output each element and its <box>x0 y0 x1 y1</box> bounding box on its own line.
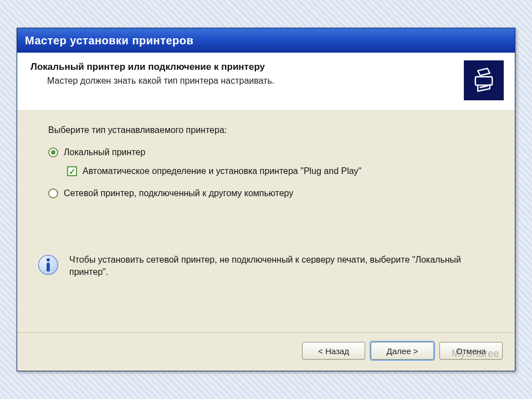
option-local-label: Локальный принтер <box>64 147 145 157</box>
header-subtitle: Мастер должен знать какой тип принтера н… <box>47 76 455 86</box>
printer-icon <box>464 60 504 100</box>
option-network-printer[interactable]: Сетевой принтер, подключенный к другому … <box>48 188 493 198</box>
wizard-footer: < Назад Далее > Отмена <box>17 332 515 371</box>
back-button[interactable]: < Назад <box>302 342 365 360</box>
window-title: Мастер установки принтеров <box>25 34 193 47</box>
cancel-button[interactable]: Отмена <box>439 342 503 360</box>
header-title: Локальный принтер или подключение к прин… <box>30 62 455 73</box>
info-icon <box>37 254 59 276</box>
svg-rect-5 <box>47 263 50 272</box>
svg-point-4 <box>47 258 50 262</box>
svg-rect-0 <box>475 77 492 85</box>
info-block: Чтобы установить сетевой принтер, не под… <box>37 254 493 279</box>
option-network-label: Сетевой принтер, подключенный к другому … <box>64 188 293 198</box>
next-button[interactable]: Далее > <box>371 342 434 360</box>
wizard-header: Локальный принтер или подключение к прин… <box>17 53 515 111</box>
svg-line-1 <box>479 86 488 88</box>
printer-wizard-dialog: Мастер установки принтеров Локальный при… <box>17 28 515 371</box>
radio-network[interactable] <box>48 188 58 198</box>
info-text: Чтобы установить сетевой принтер, не под… <box>69 254 493 279</box>
prompt-text: Выберите тип устанавливаемого принтера: <box>48 125 493 135</box>
titlebar[interactable]: Мастер установки принтеров <box>17 28 515 53</box>
option-local-printer[interactable]: Локальный принтер <box>48 147 493 157</box>
radio-local[interactable] <box>48 147 58 157</box>
option-autodetect-label: Автоматическое определение и установка п… <box>83 166 361 176</box>
checkbox-autodetect[interactable]: ✓ <box>67 166 77 176</box>
wizard-content: Выберите тип устанавливаемого принтера: … <box>17 111 515 332</box>
option-autodetect-pnp[interactable]: ✓ Автоматическое определение и установка… <box>67 166 493 176</box>
